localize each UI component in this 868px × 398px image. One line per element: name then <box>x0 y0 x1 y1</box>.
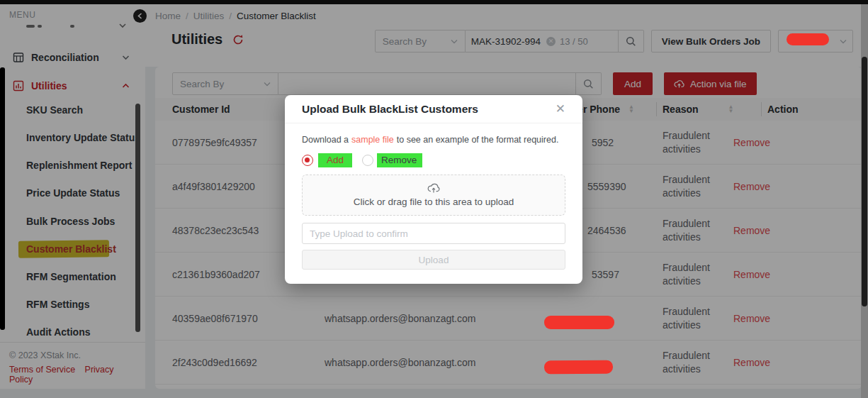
upload-confirm-input[interactable] <box>302 223 565 244</box>
redaction-bar <box>544 360 613 375</box>
sample-file-link[interactable]: sample file <box>351 135 394 145</box>
redaction-bar <box>787 33 829 45</box>
add-radio[interactable] <box>302 155 313 166</box>
remove-radio[interactable] <box>362 155 373 166</box>
download-sample-text: Download asample fileto see an example o… <box>302 135 565 145</box>
mode-radio-group: Add Remove <box>302 153 565 167</box>
upload-button[interactable]: Upload <box>302 250 565 270</box>
dropzone-text: Click or drag file to this area to uploa… <box>354 197 514 207</box>
upload-cloud-icon <box>427 183 440 194</box>
add-radio-label[interactable]: Add <box>318 153 352 167</box>
redaction-bar <box>544 316 614 329</box>
close-icon[interactable]: ✕ <box>556 103 565 115</box>
remove-radio-label[interactable]: Remove <box>377 153 422 167</box>
app-root: MENU Reconciliation Utilities SKU Search… <box>0 0 868 398</box>
file-upload-dropzone[interactable]: Click or drag file to this area to uploa… <box>302 175 565 216</box>
upload-bulk-blacklist-modal: Upload Bulk BlackList Customers ✕ Downlo… <box>285 95 582 284</box>
screen-top-strip <box>0 0 868 4</box>
modal-title: Upload Bulk BlackList Customers <box>302 103 478 116</box>
